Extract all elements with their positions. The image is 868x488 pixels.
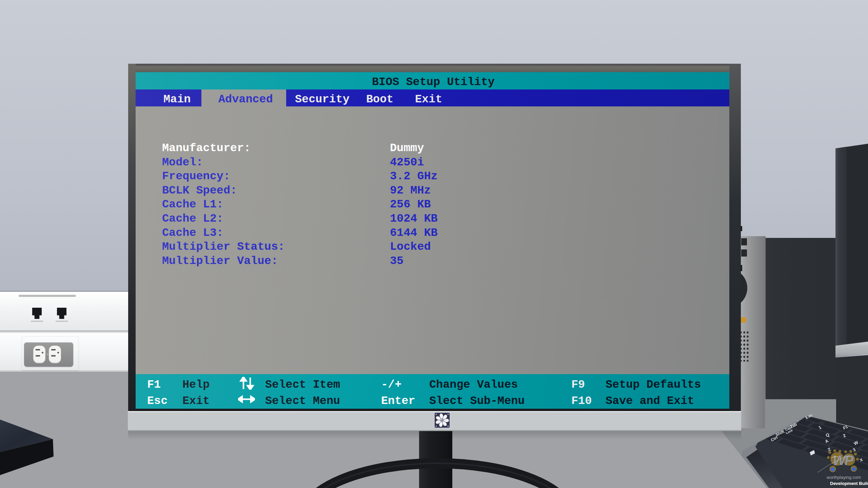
svg-text:Development Build: Development Build (830, 481, 868, 486)
svg-text:worthplaying.com: worthplaying.com (826, 475, 861, 480)
svg-text:WP: WP (833, 453, 854, 468)
